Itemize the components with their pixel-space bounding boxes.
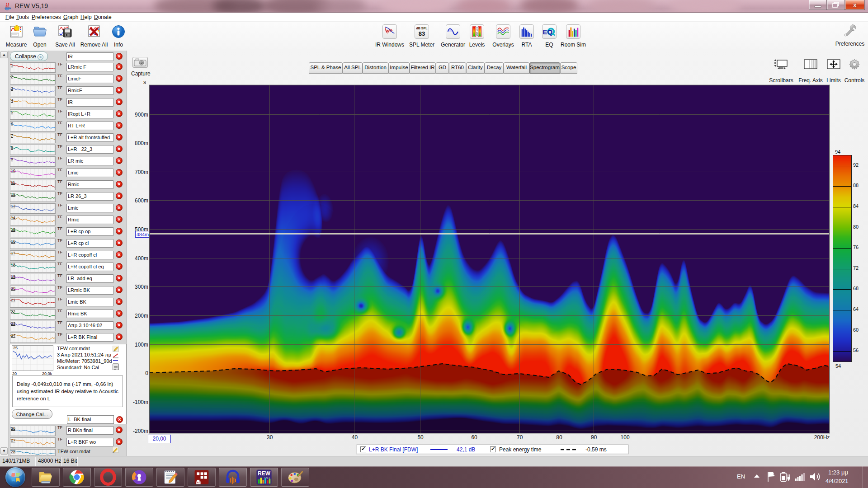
svg-text:x: x [853,1,857,9]
svg-text:EQ: EQ [542,28,552,36]
svg-text:9: 9 [476,34,477,37]
svg-text:REW: REW [258,470,270,477]
svg-text:dB SPL: dB SPL [416,27,428,30]
svg-text:83: 83 [419,30,425,37]
